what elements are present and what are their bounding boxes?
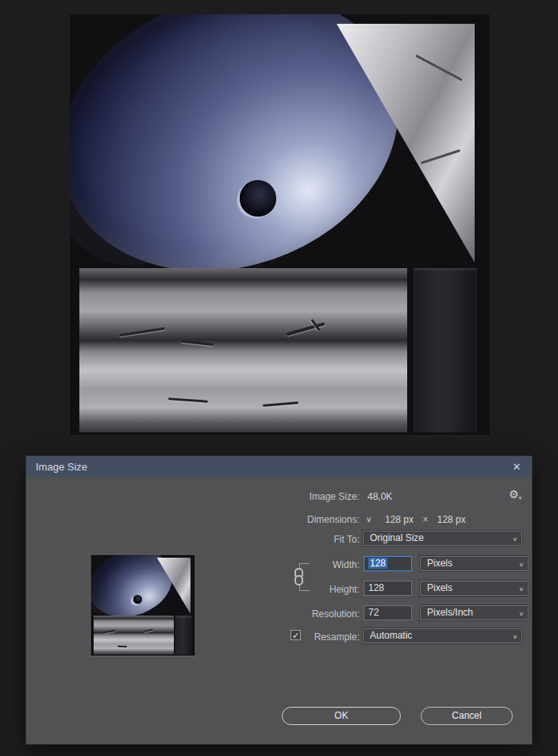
fit-to-label: Fit To: (26, 534, 360, 545)
resample-select[interactable]: Automatic ∨ (363, 628, 522, 643)
height-unit-select[interactable]: Pixels ∨ (420, 581, 529, 596)
height-unit-value: Pixels (427, 582, 452, 593)
cancel-button[interactable]: Cancel (421, 707, 513, 725)
width-input[interactable]: 128 (364, 556, 412, 571)
chevron-down-icon: ∨ (518, 608, 524, 620)
height-input[interactable]: 128 (364, 581, 412, 596)
texture-image (70, 14, 490, 435)
close-button[interactable]: ✕ (502, 456, 532, 478)
texture-hole (133, 595, 142, 604)
dimensions-height: 128 px (437, 514, 466, 525)
settings-button[interactable]: ⚙▾ (509, 488, 521, 501)
plank-crack (105, 630, 116, 633)
chevron-down-icon: ∨ (518, 559, 524, 570)
image-size-value: 48,0K (368, 491, 392, 502)
chevron-down-icon: ∨ (512, 631, 518, 643)
texture-dark-column (414, 268, 477, 432)
triangle-crease (420, 149, 460, 164)
link-icon[interactable] (294, 568, 304, 586)
dialog-title: Image Size (36, 456, 87, 478)
chevron-down-icon: ∨ (518, 584, 524, 595)
ok-button[interactable]: OK (282, 707, 401, 725)
preview-texture (91, 555, 194, 655)
plank-crack (144, 628, 153, 632)
texture-hole (240, 180, 275, 217)
dimensions-value: 128 px × 128 px (385, 514, 466, 525)
resolution-unit-select[interactable]: Pixels/Inch ∨ (420, 605, 529, 620)
texture-plank-bar (79, 268, 407, 432)
image-size-label: Image Size: (26, 491, 360, 502)
chevron-down-icon: ∨ (512, 534, 518, 545)
dialog-titlebar: Image Size ✕ (26, 456, 532, 478)
plank-crack (181, 340, 214, 346)
plank-crack (263, 401, 298, 407)
width-unit-select[interactable]: Pixels ∨ (420, 556, 529, 571)
resolution-unit-value: Pixels/Inch (427, 607, 473, 618)
close-icon: ✕ (513, 461, 521, 473)
fit-to-select[interactable]: Original Size ∨ (363, 531, 522, 546)
resolution-input[interactable]: 72 (364, 605, 412, 620)
fit-to-value: Original Size (370, 532, 424, 543)
dimensions-dropdown-toggle[interactable]: ∨ (366, 515, 371, 524)
texture-dark-column (175, 616, 191, 654)
image-preview[interactable] (90, 555, 195, 656)
texture-plank-bar (94, 616, 174, 654)
plank-crack (168, 398, 208, 403)
dimensions-label: Dimensions: (26, 514, 360, 525)
triangle-crease (415, 55, 463, 82)
image-size-dialog: Image Size ✕ Image Size: 48,0K ⚙▾ Dimens… (26, 456, 532, 744)
plank-crack (117, 646, 127, 648)
chain-link-bottom (294, 575, 303, 585)
resample-value: Automatic (370, 630, 412, 641)
dimensions-width: 128 px (385, 514, 414, 525)
resolution-value: 72 (368, 607, 379, 618)
multiply-icon: × (422, 514, 428, 525)
width-value: 128 (368, 558, 387, 569)
plank-crack (119, 327, 165, 336)
gear-icon: ⚙ (509, 488, 519, 501)
height-value: 128 (368, 582, 384, 593)
document-canvas (70, 14, 490, 435)
chevron-down-icon: ∨ (366, 515, 371, 524)
width-unit-value: Pixels (427, 558, 452, 569)
caret-down-icon: ▾ (519, 495, 522, 501)
